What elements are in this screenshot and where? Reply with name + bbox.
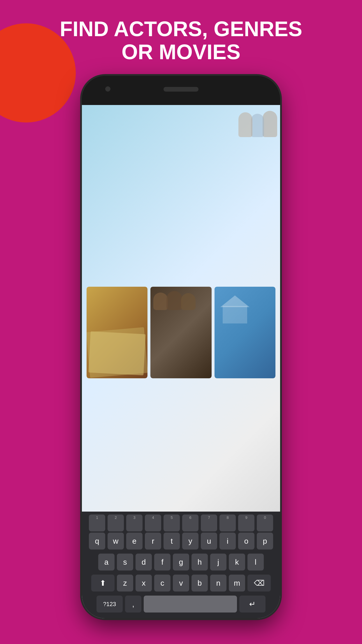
result-thumbnail (87, 287, 147, 378)
key-j[interactable]: j (210, 554, 226, 570)
results-container: DOG THE BOUNTY HUNTER Dog the Bounty Hun… (82, 171, 280, 383)
keyboard-row-2: a s d f g h j k l (84, 554, 278, 570)
numbers-symbols-key[interactable]: ?123 (96, 596, 123, 612)
key-w[interactable]: w (108, 533, 124, 550)
key-p[interactable]: p (257, 533, 273, 550)
key-4[interactable]: 4 (145, 514, 161, 531)
key-s[interactable]: s (117, 554, 133, 570)
shift-key[interactable]: ⬆ (91, 575, 115, 592)
header-line1: FIND ACTORS, GENRES (60, 17, 302, 41)
header-line2: OR MOVIES (122, 40, 240, 64)
key-l[interactable]: l (247, 554, 264, 570)
result-item[interactable] (87, 287, 147, 381)
key-d[interactable]: d (136, 554, 152, 570)
keyboard-row-3: ⬆ z x c v b n m ⌫ (84, 575, 278, 592)
key-b[interactable]: b (191, 575, 208, 592)
key-r[interactable]: r (145, 533, 161, 550)
camera (105, 86, 110, 92)
space-key[interactable] (144, 596, 237, 612)
key-e[interactable]: e (126, 533, 143, 550)
results-grid: DOG THE BOUNTY HUNTER Dog the Bounty Hun… (87, 173, 275, 381)
key-6[interactable]: 6 (182, 514, 198, 531)
key-q[interactable]: q (89, 533, 105, 550)
phone-screen: 12:30 Search Reality Shows ✕ (82, 105, 280, 618)
result-item[interactable] (215, 287, 275, 381)
key-a[interactable]: a (98, 554, 115, 570)
backspace-key[interactable]: ⌫ (247, 575, 271, 592)
key-i[interactable]: i (219, 533, 236, 550)
key-n[interactable]: n (210, 575, 226, 592)
result-thumbnail (150, 287, 211, 378)
key-t[interactable]: t (164, 533, 180, 550)
header-text: FIND ACTORS, GENRES OR MOVIES (0, 18, 362, 64)
phone-frame: 12:30 Search Reality Shows ✕ (82, 76, 280, 618)
key-z[interactable]: z (117, 575, 133, 592)
key-3[interactable]: 3 (126, 514, 143, 531)
key-u[interactable]: u (201, 533, 217, 550)
key-2[interactable]: 2 (108, 514, 124, 531)
key-7[interactable]: 7 (201, 514, 217, 531)
enter-key[interactable]: ↵ (239, 596, 266, 612)
keyboard: 1 2 3 4 5 6 7 8 9 0 q w e r t y u i (82, 512, 280, 618)
key-8[interactable]: 8 (219, 514, 236, 531)
key-y[interactable]: y (182, 533, 198, 550)
key-g[interactable]: g (173, 554, 189, 570)
keyboard-row-1: q w e r t y u i o p (84, 533, 278, 550)
key-x[interactable]: x (136, 575, 152, 592)
key-f[interactable]: f (154, 554, 171, 570)
key-k[interactable]: k (229, 554, 245, 570)
speaker (164, 87, 198, 92)
key-h[interactable]: h (191, 554, 208, 570)
key-1[interactable]: 1 (89, 514, 105, 531)
key-0[interactable]: 0 (257, 514, 273, 531)
key-m[interactable]: m (229, 575, 245, 592)
key-c[interactable]: c (154, 575, 171, 592)
key-9[interactable]: 9 (238, 514, 254, 531)
keyboard-bottom-row: ?123 , ↵ (84, 596, 278, 612)
key-5[interactable]: 5 (164, 514, 180, 531)
result-item[interactable] (150, 287, 211, 381)
result-thumbnail: BACHELOR, in Paradise (215, 173, 275, 265)
key-o[interactable]: o (238, 533, 254, 550)
key-v[interactable]: v (173, 575, 189, 592)
result-item[interactable]: BACHELOR, in Paradise Bachelor in Paradi… (215, 173, 275, 284)
phone-top (82, 76, 280, 105)
result-thumbnail (215, 287, 275, 378)
number-row: 1 2 3 4 5 6 7 8 9 0 (84, 514, 278, 531)
comma-key[interactable]: , (125, 596, 141, 612)
bachelor-thumbnail: BACHELOR, in Paradise (215, 173, 275, 265)
